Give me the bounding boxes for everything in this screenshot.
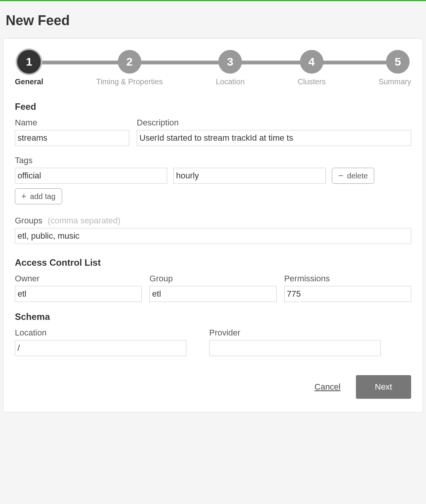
wizard-card: 1 General 2 Timing & Properties 3 Locati… xyxy=(3,38,423,413)
tags-label: Tags xyxy=(15,156,411,165)
wizard-stepper: 1 General 2 Timing & Properties 3 Locati… xyxy=(15,50,411,86)
step-label: Summary xyxy=(378,77,411,86)
delete-tag-button[interactable]: − delete xyxy=(332,168,374,184)
step-label: Timing & Properties xyxy=(96,77,163,86)
owner-label: Owner xyxy=(15,274,142,284)
section-feed-title: Feed xyxy=(15,101,411,112)
step-timing-properties[interactable]: 2 Timing & Properties xyxy=(96,50,163,86)
step-circle: 4 xyxy=(300,50,324,74)
plus-icon: + xyxy=(21,192,26,201)
section-acl-title: Access Control List xyxy=(15,257,411,268)
tag-input-1[interactable] xyxy=(173,168,326,184)
name-input[interactable] xyxy=(15,130,129,146)
page-header: New Feed xyxy=(0,1,426,38)
schema-location-input[interactable] xyxy=(15,340,186,356)
step-clusters[interactable]: 4 Clusters xyxy=(298,50,325,86)
permissions-label: Permissions xyxy=(284,274,411,284)
delete-tag-label: delete xyxy=(347,172,368,180)
group-input[interactable] xyxy=(149,286,276,302)
schema-location-label: Location xyxy=(15,328,186,338)
groups-label: Groups xyxy=(15,216,42,225)
schema-provider-label: Provider xyxy=(209,328,381,338)
step-label: Location xyxy=(216,77,245,86)
owner-input[interactable] xyxy=(15,286,142,302)
step-label: Clusters xyxy=(298,77,325,86)
step-general[interactable]: 1 General xyxy=(15,50,43,86)
description-input[interactable] xyxy=(137,130,411,146)
page-title: New Feed xyxy=(6,13,420,29)
step-location[interactable]: 3 Location xyxy=(216,50,245,86)
description-label: Description xyxy=(137,118,411,128)
step-label: General xyxy=(15,77,43,86)
groups-hint: (comma separated) xyxy=(48,216,120,225)
groups-input[interactable] xyxy=(15,228,411,244)
minus-icon: − xyxy=(338,172,343,180)
add-tag-label: add tag xyxy=(30,192,56,201)
step-circle: 1 xyxy=(17,50,41,74)
section-schema-title: Schema xyxy=(15,311,411,322)
name-label: Name xyxy=(15,118,129,128)
groups-label-line: Groups (comma separated) xyxy=(15,216,411,226)
step-circle: 2 xyxy=(118,50,141,74)
add-tag-button[interactable]: + add tag xyxy=(15,188,62,204)
next-button[interactable]: Next xyxy=(356,375,411,399)
stepper-line xyxy=(26,61,400,64)
step-circle: 5 xyxy=(386,50,410,74)
tag-input-0[interactable] xyxy=(15,168,167,184)
schema-provider-input[interactable] xyxy=(209,340,381,356)
group-label: Group xyxy=(149,274,276,284)
step-circle: 3 xyxy=(218,50,242,74)
cancel-button[interactable]: Cancel xyxy=(314,382,340,392)
permissions-input[interactable] xyxy=(284,286,411,302)
step-summary[interactable]: 5 Summary xyxy=(378,50,411,86)
